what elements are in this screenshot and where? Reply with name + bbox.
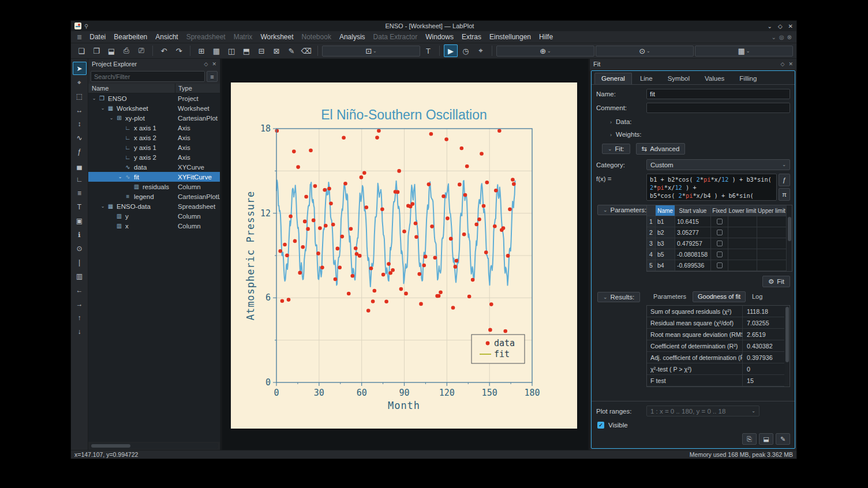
scrollbar-handle[interactable] <box>91 444 130 448</box>
insert-function-button[interactable]: ƒ <box>779 174 790 186</box>
redo-icon[interactable]: ↷ <box>172 44 186 57</box>
save-results-button[interactable]: ⬓ <box>759 433 773 445</box>
menu-ansicht[interactable]: Ansicht <box>151 32 182 42</box>
tree-row-y-axis-2[interactable]: ∟y axis 2Axis <box>88 152 220 162</box>
add-image-icon[interactable]: ▣ <box>73 214 87 227</box>
add-info-element-icon[interactable]: ℹ <box>73 228 87 241</box>
tab-filling[interactable]: Filling <box>732 73 764 84</box>
param-col-start-value[interactable]: Start value <box>675 205 711 216</box>
formula-input[interactable]: b1 + b2*cos( 2*pi*x/12 ) + b3*sin( 2*pi*… <box>646 174 777 201</box>
menu-spreadsheet[interactable]: Spreadsheet <box>182 32 230 42</box>
new-document-icon[interactable]: ❏ <box>74 44 88 57</box>
export-results-button[interactable]: ⎘ <box>742 433 757 445</box>
column-header-name[interactable]: Name <box>88 84 108 93</box>
fit-comment-input[interactable] <box>646 103 790 113</box>
fixed-checkbox[interactable] <box>717 219 723 224</box>
add-reference-range-icon[interactable]: ▥ <box>73 269 87 283</box>
edit-mode-icon[interactable]: ✎ <box>285 44 298 57</box>
menu-windows[interactable]: Windows <box>421 32 458 42</box>
zoom-select-tool-icon[interactable]: ⬚ <box>73 89 87 103</box>
menu-analysis[interactable]: Analysis <box>335 32 369 42</box>
add-text-label-icon[interactable]: T <box>73 200 87 213</box>
tab-values[interactable]: Values <box>698 73 731 84</box>
tab-line[interactable]: Line <box>633 73 660 84</box>
insert-constant-pi-button[interactable]: π <box>779 188 790 201</box>
parameters-scrollbar[interactable] <box>787 205 792 271</box>
float-dock-icon[interactable]: ◇ <box>204 61 208 67</box>
menubar-extra-icon-1[interactable]: ⌄ <box>771 34 776 40</box>
add-text-label-icon[interactable]: T <box>421 44 435 57</box>
data-section-header[interactable]: ›Data: <box>610 118 790 125</box>
menubar-extra-icon-3[interactable]: ⊗ <box>787 34 792 40</box>
magnification-dropdown[interactable]: ⊙⌄ <box>596 46 694 57</box>
tree-row-xy-plot[interactable]: ⌄⊞xy-plotCartesianPlot <box>88 113 220 123</box>
fixed-checkbox[interactable] <box>717 230 723 235</box>
fit-dock-titlebar[interactable]: Fit ◇ ✕ <box>590 59 796 69</box>
results-tab-parameters[interactable]: Parameters <box>648 291 691 302</box>
tree-row-y[interactable]: ▥yColumn <box>88 211 220 221</box>
add-plot-dropdown[interactable]: ⊡⌄ <box>322 46 420 57</box>
break-layout-icon[interactable]: ⊠ <box>270 44 283 57</box>
results-tab-log[interactable]: Log <box>747 291 768 302</box>
scrollbar-handle[interactable] <box>788 217 791 241</box>
tab-symbol[interactable]: Symbol <box>661 73 697 84</box>
menubar-extra-icon-2[interactable]: ◎ <box>779 34 784 40</box>
worksheet-view[interactable]: 0306090120150180061218El Niño-Southern O… <box>222 59 588 450</box>
fixed-checkbox[interactable] <box>717 241 723 246</box>
save-icon[interactable]: ⬓ <box>104 44 118 57</box>
add-legend-icon[interactable]: ≡ <box>73 186 87 200</box>
menu-hilfe[interactable]: Hilfe <box>535 32 557 42</box>
minimize-button[interactable]: ⌄ <box>768 23 772 29</box>
advanced-button[interactable]: ⇆ Advanced <box>636 143 686 155</box>
menu-datei[interactable]: Datei <box>85 32 110 42</box>
tree-header[interactable]: Name Type <box>88 84 220 93</box>
enso-plot[interactable]: 0306090120150180061218El Niño-Southern O… <box>231 82 577 429</box>
tree-row-x-axis-1[interactable]: ∟x axis 1Axis <box>88 123 220 133</box>
erase-icon[interactable]: ⌫ <box>300 44 313 57</box>
selection-tool-icon[interactable]: ➤ <box>73 62 87 75</box>
history-clock-icon[interactable]: ◷ <box>459 44 473 57</box>
results-section-button[interactable]: ⌄ Results: <box>597 292 640 302</box>
menu-extras[interactable]: Extras <box>458 32 485 42</box>
param-col-lower-limit[interactable]: Lower limit <box>728 205 757 216</box>
zoom-mode-dropdown[interactable]: ⊕⌄ <box>496 46 594 57</box>
grid-layout-icon[interactable]: ⊟ <box>255 44 268 57</box>
fixed-checkbox[interactable] <box>717 251 723 257</box>
print-preview-icon[interactable]: ⎚ <box>134 44 148 57</box>
project-explorer-titlebar[interactable]: Project Explorer ◇ ✕ <box>88 59 220 69</box>
category-combobox[interactable]: Custom ⌄ <box>646 159 790 170</box>
menu-notebook[interactable]: Notebook <box>298 32 335 42</box>
close-dock-icon[interactable]: ✕ <box>212 61 216 67</box>
fixed-checkbox[interactable] <box>717 262 723 268</box>
shift-left-icon[interactable]: ← <box>73 283 87 296</box>
close-dock-icon[interactable]: ✕ <box>788 61 793 67</box>
hamburger-icon[interactable]: ≣ <box>73 33 85 41</box>
add-equation-curve-icon[interactable]: ƒ <box>73 145 87 158</box>
zoom-y-tool-icon[interactable]: ↕ <box>73 117 87 130</box>
horizontal-layout-icon[interactable]: ⬒ <box>240 44 253 57</box>
filter-options-button[interactable]: ≡ <box>207 71 218 82</box>
add-histogram-icon[interactable]: ▄ <box>73 159 87 172</box>
menu-einstellungen[interactable]: Einstellungen <box>485 32 535 42</box>
shift-down-icon[interactable]: ↓ <box>73 325 87 338</box>
add-axis-icon[interactable]: ∟ <box>73 172 87 186</box>
param-col-fixed[interactable]: Fixed <box>711 205 728 216</box>
print-icon[interactable]: ⎙ <box>119 44 133 57</box>
menu-data-extractor[interactable]: Data Extractor <box>369 32 422 42</box>
search-input[interactable] <box>91 71 205 82</box>
titlebar[interactable]: ⚲ ENSO - [Worksheet] — LabPlot ⌄ ◇ ✕ <box>71 21 796 31</box>
shift-right-icon[interactable]: → <box>73 297 87 310</box>
param-col-upper-limit[interactable]: Upper limit <box>757 205 787 216</box>
add-curve-icon[interactable]: ∿ <box>73 131 87 144</box>
scrollbar-handle[interactable] <box>785 307 789 362</box>
new-worksheet-icon[interactable]: ⊞ <box>194 44 208 57</box>
weights-section-header[interactable]: ›Weights: <box>610 131 790 138</box>
close-button[interactable]: ✕ <box>788 23 793 29</box>
goodness-table[interactable]: Sum of squared residuals (χ²)1118.18Resi… <box>646 305 790 387</box>
tab-general[interactable]: General <box>594 73 632 84</box>
tree-row-enso-data[interactable]: ⌄▦ENSO-dataSpreadsheet <box>88 201 220 211</box>
results-scrollbar[interactable] <box>785 306 790 386</box>
horizontal-scrollbar[interactable] <box>90 443 218 449</box>
menu-bearbeiten[interactable]: Bearbeiten <box>110 32 151 42</box>
parameters-table[interactable]: NameStart valueFixedLower limitUpper lim… <box>646 205 792 272</box>
